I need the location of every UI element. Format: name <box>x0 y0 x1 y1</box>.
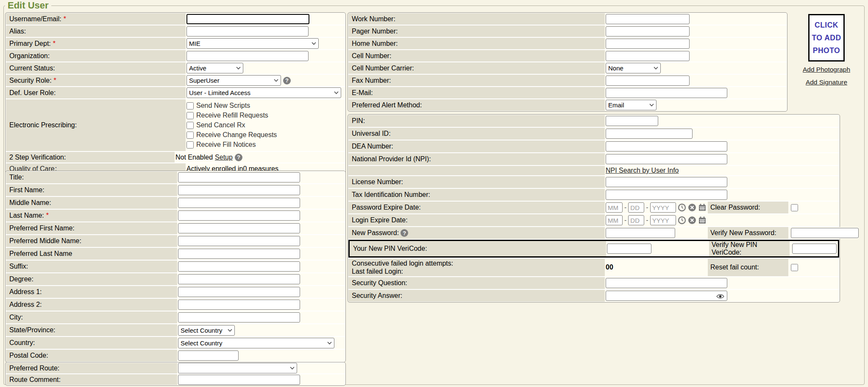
security-answer-input[interactable] <box>606 291 727 301</box>
preferred-route-select[interactable] <box>178 363 297 373</box>
primary-dept-select[interactable]: MIE <box>186 38 319 49</box>
organization-input[interactable] <box>186 51 309 61</box>
security-role-help-icon[interactable]: ? <box>283 77 291 84</box>
row-pin: PIN: <box>348 115 839 127</box>
degree-input[interactable] <box>178 274 300 284</box>
preferred-last-name-input[interactable] <box>178 249 300 259</box>
two-step-label: 2 Step Verification: <box>9 154 66 161</box>
email-input[interactable] <box>606 88 727 98</box>
fax-number-input[interactable] <box>606 76 690 86</box>
city-input[interactable] <box>178 312 300 322</box>
username-input[interactable] <box>186 14 309 24</box>
login-expire-label: Login Expire Date: <box>352 216 408 224</box>
preferred-middle-name-input[interactable] <box>178 236 300 246</box>
login-expire-mm-input[interactable] <box>606 215 623 225</box>
pwd-expire-yyyy-input[interactable] <box>650 202 676 213</box>
login-expire-yyyy-input[interactable] <box>650 215 676 225</box>
security-question-input[interactable] <box>606 278 727 288</box>
send-new-scripts-checkbox[interactable] <box>186 102 194 109</box>
date-separator: - <box>646 216 648 224</box>
row-degree: Degree: <box>6 273 345 285</box>
pwd-expire-mm-input[interactable] <box>606 202 623 213</box>
password-expire-label: Password Expire Date: <box>352 204 421 211</box>
preferred-first-name-input[interactable] <box>178 223 300 233</box>
pager-number-input[interactable] <box>606 26 690 36</box>
clear-date-icon[interactable] <box>688 203 696 212</box>
row-pager-number: Pager Number: <box>348 25 787 37</box>
cell-number-input[interactable] <box>606 51 690 61</box>
receive-change-requests-checkbox[interactable] <box>186 132 194 139</box>
last-name-label: Last Name: <box>9 212 44 219</box>
row-preferred-route: Preferred Route: <box>6 363 345 373</box>
pin-input[interactable] <box>606 116 658 126</box>
clock-icon[interactable] <box>678 216 686 224</box>
calendar-icon[interactable] <box>698 203 707 212</box>
reset-fail-count-checkbox[interactable] <box>791 264 798 271</box>
state-province-select[interactable]: Select Country <box>178 325 235 336</box>
license-number-input[interactable] <box>606 177 727 187</box>
alert-method-select[interactable]: Email <box>606 100 657 110</box>
new-password-help-icon[interactable]: ? <box>401 229 408 237</box>
country-select[interactable]: Select Country <box>178 338 334 348</box>
verify-new-password-input[interactable] <box>791 228 859 238</box>
degree-label: Degree: <box>9 275 33 283</box>
row-city: City: <box>6 311 345 323</box>
last-name-input[interactable] <box>178 210 300 221</box>
suffix-input[interactable] <box>178 261 300 272</box>
work-number-input[interactable] <box>606 14 690 24</box>
calendar-icon[interactable] <box>698 216 707 224</box>
address2-label: Address 2: <box>9 301 42 308</box>
receive-refill-requests-checkbox[interactable] <box>186 112 194 119</box>
route-comment-label: Route Comment: <box>9 376 61 384</box>
security-role-select[interactable]: SuperUser <box>186 75 281 86</box>
address1-input[interactable] <box>178 287 300 297</box>
receive-fill-notices-checkbox[interactable] <box>186 141 194 149</box>
def-user-role-select[interactable]: User - Limited Access <box>186 87 341 98</box>
cell-carrier-select[interactable]: None <box>606 63 661 73</box>
send-cancel-rx-checkbox[interactable] <box>186 122 194 129</box>
clear-password-checkbox[interactable] <box>791 204 798 211</box>
country-value: Select Country <box>181 339 222 347</box>
current-status-value: Active <box>189 64 206 72</box>
two-step-help-icon[interactable]: ? <box>235 154 242 161</box>
login-expire-dd-input[interactable] <box>628 215 644 225</box>
route-comment-input[interactable] <box>178 375 300 385</box>
title-input[interactable] <box>178 172 300 182</box>
row-electronic-prescribing: Electronic Prescribing: Send New Scripts… <box>6 99 345 151</box>
row-route-comment: Route Comment: <box>6 374 345 385</box>
row-dea-number: DEA Number: <box>348 140 839 152</box>
setup-link[interactable]: Setup <box>215 154 233 161</box>
new-password-input[interactable] <box>606 228 675 238</box>
dea-number-input[interactable] <box>606 141 727 151</box>
current-status-select[interactable]: Active <box>186 63 243 73</box>
universal-id-input[interactable] <box>606 129 693 139</box>
postal-code-input[interactable] <box>178 351 239 361</box>
add-signature-link[interactable]: Add Signature <box>806 79 847 86</box>
row-alias: Alias: <box>6 25 345 37</box>
required-asterisk: * <box>53 40 56 48</box>
pin-vericode-input[interactable] <box>607 244 651 254</box>
row-preferred-middle-name: Preferred Middle Name: <box>6 235 345 247</box>
pwd-expire-dd-input[interactable] <box>628 202 644 213</box>
verify-pin-vericode-input[interactable] <box>792 244 837 254</box>
address2-input[interactable] <box>178 300 300 310</box>
npi-input[interactable] <box>606 154 727 164</box>
primary-dept-label: Primary Dept: <box>9 40 51 48</box>
ep-option-receive-refill-requests: Receive Refill Requests <box>186 112 277 119</box>
clock-icon[interactable] <box>678 203 686 212</box>
clear-date-icon[interactable] <box>688 216 696 224</box>
title-label: Title: <box>9 174 24 181</box>
row-cell-carrier: Cell Number Carrier: None <box>348 62 787 74</box>
add-photograph-link[interactable]: Add Photograph <box>803 66 850 73</box>
tax-id-input[interactable] <box>606 190 727 200</box>
license-number-label: License Number: <box>352 178 403 186</box>
security-role-value: SuperUser <box>189 77 220 84</box>
first-name-input[interactable] <box>178 185 300 195</box>
alias-input[interactable] <box>186 26 309 36</box>
eye-icon[interactable] <box>716 293 724 301</box>
middle-name-input[interactable] <box>178 198 300 208</box>
new-password-label: New Password: <box>352 229 399 237</box>
npi-search-link[interactable]: NPI Search by User Info <box>606 167 679 174</box>
click-to-add-photo-box[interactable]: CLICK TO ADD PHOTO <box>808 14 845 62</box>
home-number-input[interactable] <box>606 39 690 49</box>
